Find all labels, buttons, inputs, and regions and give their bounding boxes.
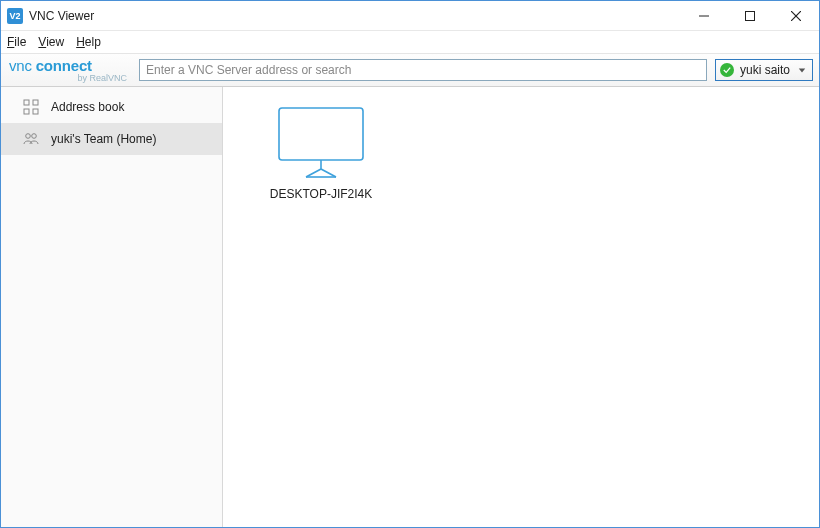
svg-rect-1	[746, 11, 755, 20]
svg-rect-5	[24, 100, 29, 105]
toolbar: vnc connect by RealVNC yuki saito	[1, 53, 819, 87]
svg-line-14	[306, 169, 321, 177]
svg-rect-7	[24, 109, 29, 114]
sidebar-item-team[interactable]: yuki's Team (Home)	[1, 123, 222, 155]
svg-point-9	[26, 134, 31, 139]
grid-icon	[23, 99, 39, 115]
close-icon	[791, 11, 801, 21]
sidebar-item-label: Address book	[51, 100, 124, 114]
sidebar-item-label: yuki's Team (Home)	[51, 132, 156, 146]
svg-line-15	[321, 169, 336, 177]
people-icon	[23, 131, 39, 147]
sidebar: Address book yuki's Team (Home)	[1, 87, 223, 527]
user-menu-button[interactable]: yuki saito	[715, 59, 813, 81]
search-input[interactable]	[139, 59, 707, 81]
titlebar: V2 VNC Viewer	[1, 1, 819, 31]
brand-sub-text: by RealVNC	[77, 74, 127, 83]
body: Address book yuki's Team (Home)	[1, 87, 819, 527]
svg-rect-6	[33, 100, 38, 105]
menu-file[interactable]: File	[7, 35, 26, 49]
content-area: DESKTOP-JIF2I4K	[223, 87, 819, 527]
minimize-icon	[699, 11, 709, 21]
brand-logo: vnc connect by RealVNC	[7, 58, 131, 83]
computer-item[interactable]: DESKTOP-JIF2I4K	[261, 107, 381, 201]
svg-point-10	[32, 134, 37, 139]
window-controls	[681, 1, 819, 30]
sidebar-item-address-book[interactable]: Address book	[1, 91, 222, 123]
maximize-icon	[745, 11, 755, 21]
menubar: File View Help	[1, 31, 819, 53]
status-check-icon	[720, 63, 734, 77]
user-label: yuki saito	[740, 63, 790, 77]
svg-marker-4	[799, 68, 805, 72]
brand-connect-text: connect	[36, 57, 92, 74]
computer-name: DESKTOP-JIF2I4K	[270, 187, 372, 201]
monitor-icon	[278, 107, 364, 179]
close-button[interactable]	[773, 1, 819, 30]
minimize-button[interactable]	[681, 1, 727, 30]
svg-rect-11	[279, 108, 363, 160]
menu-help[interactable]: Help	[76, 35, 101, 49]
app-window: V2 VNC Viewer File View Help vnc connect…	[0, 0, 820, 528]
maximize-button[interactable]	[727, 1, 773, 30]
brand-vnc-text: vnc	[9, 57, 32, 74]
menu-view[interactable]: View	[38, 35, 64, 49]
svg-rect-8	[33, 109, 38, 114]
window-title: VNC Viewer	[29, 9, 681, 23]
chevron-down-icon	[798, 66, 806, 74]
app-icon: V2	[7, 8, 23, 24]
